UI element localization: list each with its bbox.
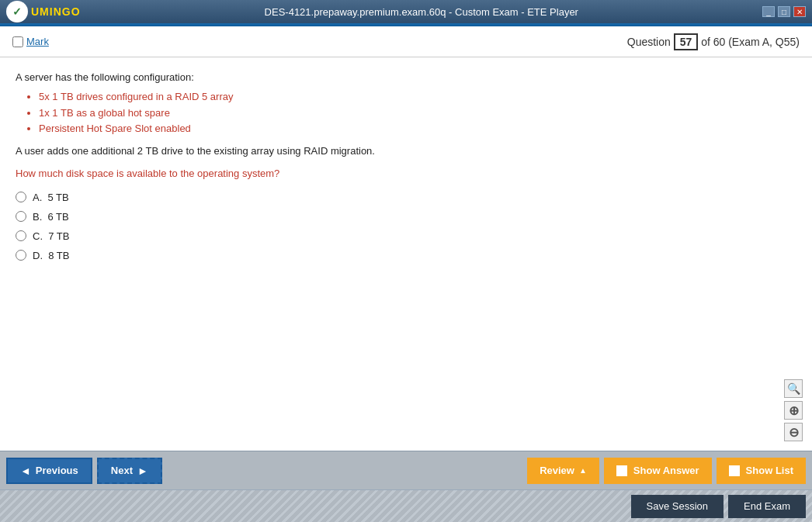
mark-section: Mark bbox=[12, 36, 49, 47]
mark-checkbox[interactable] bbox=[12, 36, 23, 47]
show-answer-button[interactable]: Show Answer bbox=[604, 458, 712, 484]
answer-options: A. 5 TB B. 6 TB C. 7 TB D. 8 TB bbox=[16, 192, 796, 261]
bullet-1: 5x 1 TB drives configured in a RAID 5 ar… bbox=[39, 89, 796, 105]
question-text: A server has the following configuration… bbox=[16, 70, 796, 160]
radio-a[interactable] bbox=[16, 192, 26, 202]
bottom-toolbar: ◄ Previous Next ► Review ▲ Show Answer S… bbox=[0, 451, 812, 489]
bottom-bar: Save Session End Exam bbox=[0, 489, 812, 522]
radio-c[interactable] bbox=[16, 230, 26, 241]
title-bar: ✓ UMINGO DES-4121.prepaway.premium.exam.… bbox=[0, 0, 812, 23]
end-exam-button[interactable]: End Exam bbox=[728, 495, 806, 518]
radio-d[interactable] bbox=[16, 250, 26, 261]
show-list-label: Show List bbox=[746, 465, 793, 476]
option-b: B. 6 TB bbox=[16, 211, 796, 223]
bullet-2: 1x 1 TB as a global hot spare bbox=[39, 105, 796, 122]
option-a-label: A. 5 TB bbox=[33, 192, 69, 203]
bullet-3: Persistent Hot Spare Slot enabled bbox=[39, 121, 796, 137]
option-d-label: D. 8 TB bbox=[33, 250, 69, 261]
minimize-button[interactable]: _ bbox=[762, 6, 775, 17]
question-header: Mark Question 57 of 60 (Exam A, Q55) bbox=[0, 26, 812, 57]
mark-label[interactable]: Mark bbox=[26, 36, 49, 47]
question-intro: A server has the following configuration… bbox=[16, 71, 194, 83]
question-of-label: of 60 (Exam A, Q55) bbox=[701, 36, 800, 48]
review-label: Review bbox=[540, 465, 574, 476]
question-prompt: How much disk space is available to the … bbox=[16, 168, 796, 179]
option-c-label: C. 7 TB bbox=[33, 230, 69, 242]
previous-button[interactable]: ◄ Previous bbox=[6, 458, 92, 484]
question-label: Question bbox=[627, 36, 671, 48]
save-session-button[interactable]: Save Session bbox=[631, 495, 724, 518]
show-list-checkbox-icon bbox=[729, 465, 740, 476]
main-content: A server has the following configuration… bbox=[0, 57, 812, 451]
logo: ✓ UMINGO bbox=[6, 1, 81, 22]
review-button[interactable]: Review ▲ bbox=[527, 458, 599, 484]
question-number-display: Question 57 of 60 (Exam A, Q55) bbox=[627, 33, 800, 50]
close-button[interactable]: ✕ bbox=[793, 6, 806, 17]
radio-b[interactable] bbox=[16, 211, 26, 222]
next-button[interactable]: Next ► bbox=[97, 458, 162, 484]
search-button[interactable]: 🔍 bbox=[784, 379, 803, 398]
question-bullets: 5x 1 TB drives configured in a RAID 5 ar… bbox=[39, 89, 796, 137]
zoom-in-button[interactable]: ⊕ bbox=[784, 401, 803, 420]
option-a: A. 5 TB bbox=[16, 192, 796, 203]
logo-icon: ✓ bbox=[6, 1, 28, 22]
question-body: A user adds one additional 2 TB drive to… bbox=[16, 143, 796, 160]
title-bar-left: ✓ UMINGO bbox=[6, 1, 81, 22]
option-c: C. 7 TB bbox=[16, 230, 796, 242]
review-dropdown-icon: ▲ bbox=[579, 466, 587, 475]
window-controls: _ □ ✕ bbox=[762, 6, 806, 17]
show-answer-label: Show Answer bbox=[633, 465, 699, 476]
next-label: Next bbox=[111, 465, 133, 476]
option-d: D. 8 TB bbox=[16, 250, 796, 261]
show-list-button[interactable]: Show List bbox=[717, 458, 806, 484]
logo-text: UMINGO bbox=[31, 5, 81, 18]
window-title: DES-4121.prepaway.premium.exam.60q - Cus… bbox=[265, 6, 578, 18]
restore-button[interactable]: □ bbox=[778, 6, 790, 17]
zoom-controls: 🔍 ⊕ ⊖ bbox=[784, 379, 803, 441]
zoom-out-button[interactable]: ⊖ bbox=[784, 423, 803, 441]
logo-check-icon: ✓ bbox=[12, 5, 22, 18]
option-b-label: B. 6 TB bbox=[33, 211, 69, 223]
previous-label: Previous bbox=[36, 465, 78, 476]
show-answer-checkbox-icon bbox=[616, 465, 627, 476]
previous-arrow-icon: ◄ bbox=[20, 465, 31, 477]
next-arrow-icon: ► bbox=[137, 465, 148, 477]
question-number-box: 57 bbox=[674, 33, 699, 50]
